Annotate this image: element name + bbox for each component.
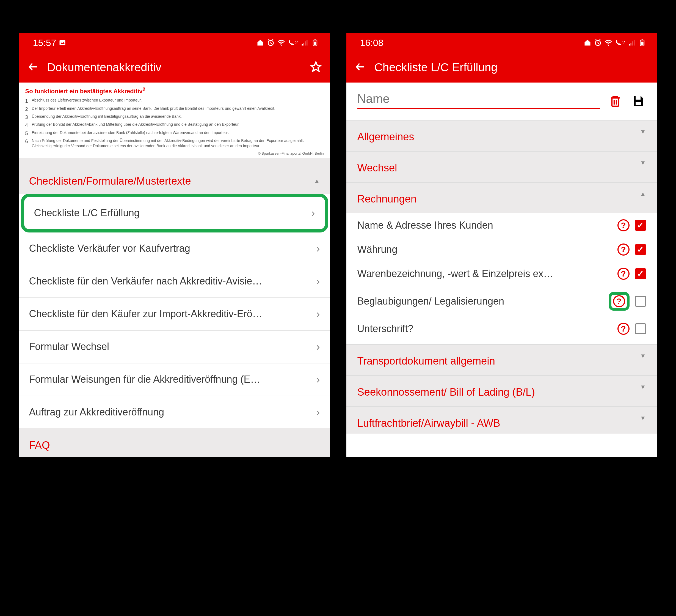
check-row-unterschrift: Unterschrift? ? [346,317,657,344]
acc-label: Luftfrachtbrief/Airwaybill - AWB [357,417,500,429]
status-time: 15:57 [33,38,56,48]
list-item-label: Checkliste Verkäufer vor Kaufvertrag [29,243,190,254]
caret-up-icon: ▲ [640,190,646,198]
help-icon[interactable]: ? [617,323,629,335]
list-item-label: Formular Weisungen für die Akkreditiverö… [29,374,260,385]
help-icon[interactable]: ? [613,295,625,307]
check-row-name-adresse: Name & Adresse Ihres Kunden ? [346,213,657,238]
checkbox[interactable] [635,220,646,231]
svg-rect-17 [634,40,635,46]
checkbox[interactable] [635,323,646,334]
svg-rect-7 [306,40,307,46]
acc-seekonnossement[interactable]: Seekonnossement/ Bill of Lading (B/L) ▼ [346,375,657,406]
chevron-right-icon: › [311,207,315,219]
battery-icon [638,39,646,47]
check-row-warenbezeichnung: Warenbezeichnung, -wert & Einzelpreis ex… [346,262,657,286]
favorite-button[interactable] [310,61,322,74]
separator [19,158,330,166]
checkbox[interactable] [635,244,646,255]
info-step: Nach Prüfung der Dokumente und Feststell… [32,138,324,149]
caret-down-icon: ▼ [640,415,646,422]
acc-luftfrachtbrief[interactable]: Luftfrachtbrief/Airwaybill - AWB ▼ [346,406,657,433]
name-input[interactable] [357,90,600,109]
delete-button[interactable] [608,94,623,109]
caret-down-icon: ▼ [640,352,646,360]
acc-label: Seekonnossement/ Bill of Lading (B/L) [357,386,535,398]
row-checkliste-kaeufer[interactable]: Checkliste für den Käufer zur Import-Akk… [19,298,330,331]
list-item-label: Formular Wechsel [29,341,109,352]
caret-down-icon: ▼ [640,128,646,135]
statusbar-left: 15:57 2 [19,33,330,52]
row-checkliste-verkaeufer-nach[interactable]: Checkliste für den Verkäufer nach Akkred… [19,265,330,298]
back-button[interactable] [27,61,39,74]
svg-rect-16 [632,41,633,45]
titlebar-left: Dokumentenakkreditiv [19,52,330,83]
list-item-label: Checkliste für den Verkäufer nach Akkred… [29,275,262,287]
acc-wechsel[interactable]: Wechsel ▼ [346,151,657,182]
chevron-right-icon: › [316,341,320,353]
phone-status-icon: 2 [615,39,625,46]
chevron-right-icon: › [316,308,320,320]
titlebar-right: Checkliste L/C Erfüllung [346,52,657,83]
battery-icon [311,39,319,47]
check-row-waehrung: Währung ? [346,238,657,262]
phone-left: 15:57 2 Dokumentenakkreditiv So funktion… [19,33,330,457]
acc-transportdokument[interactable]: Transportdokument allgemein ▼ [346,344,657,375]
svg-rect-15 [630,43,631,46]
svg-rect-10 [314,39,316,40]
svg-rect-5 [303,43,304,46]
info-step: Übersendung der Akkreditiv-Eröffnung mit… [32,114,182,120]
caret-down-icon: ▼ [640,383,646,391]
help-icon[interactable]: ? [617,219,629,232]
acc-label: Rechnungen [357,193,417,205]
row-auftrag-akkreditiveroeffnung[interactable]: Auftrag zur Akkreditiveröffnung › [19,396,330,428]
svg-rect-21 [612,98,619,106]
back-button[interactable] [355,61,366,74]
check-label: Währung [357,244,612,255]
check-label: Warenbezeichnung, -wert & Einzelpreis ex… [357,268,612,279]
acc-label: Transportdokument allgemein [357,355,495,367]
list-item-label: Auftrag zur Akkreditiveröffnung [29,406,164,418]
info-step: Prüfung der Bonität der Akkreditivbank u… [32,122,239,129]
svg-rect-9 [314,42,316,45]
save-button[interactable] [631,94,646,109]
phone-right: 16:08 2 Checkliste L/C Erfüllung [346,33,657,457]
help-icon[interactable]: ? [617,268,629,280]
checkbox[interactable] [635,268,646,279]
info-step: Abschluss des Liefervertrags zwischen Ex… [32,98,142,104]
row-checkliste-verkaeufer-vor[interactable]: Checkliste Verkäufer vor Kaufvertrag › [19,233,330,265]
row-checkliste-lc[interactable]: Checkliste L/C Erfüllung › [21,194,328,233]
acc-label: Wechsel [357,162,397,174]
check-row-beglaubigungen: Beglaubigungen/ Legalisierungen ? [346,286,657,317]
image-icon [59,39,66,47]
house-icon [257,39,264,47]
row-formular-weisungen[interactable]: Formular Weisungen für die Akkreditiverö… [19,363,330,396]
help-icon[interactable]: ? [617,244,629,256]
info-heading: So funktioniert ein bestätigtes Akkredit… [25,86,324,95]
svg-point-13 [608,45,609,46]
help-highlight: ? [609,292,629,311]
caret-down-icon: ▼ [640,159,646,166]
check-label: Unterschrift? [357,323,612,335]
chevron-right-icon: › [316,406,320,418]
section-checklisten[interactable]: Checklisten/Formulare/Mustertexte ▲ [19,166,330,194]
chevron-right-icon: › [316,242,320,255]
checkbox[interactable] [635,296,646,307]
row-formular-wechsel[interactable]: Formular Wechsel › [19,331,330,363]
phone-status-icon: 2 [288,39,298,46]
acc-rechnungen[interactable]: Rechnungen ▲ [346,182,657,213]
status-time: 16:08 [360,38,384,48]
svg-rect-20 [641,39,643,40]
svg-rect-6 [305,41,306,45]
section-faq[interactable]: FAQ [19,428,330,457]
alarm-icon [267,39,275,47]
wifi-icon [605,39,612,47]
name-input-row [346,83,657,109]
caret-up-icon: ▲ [314,177,320,185]
section-label: Checklisten/Formulare/Mustertexte [29,175,191,187]
acc-allgemeines[interactable]: Allgemeines ▼ [346,120,657,151]
page-title: Checkliste L/C Erfüllung [375,61,649,74]
statusbar-right: 16:08 2 [346,33,657,52]
copyright-text: © Sparkassen-Finanzportal GmbH, Berlin [25,151,324,155]
svg-rect-23 [635,102,641,105]
